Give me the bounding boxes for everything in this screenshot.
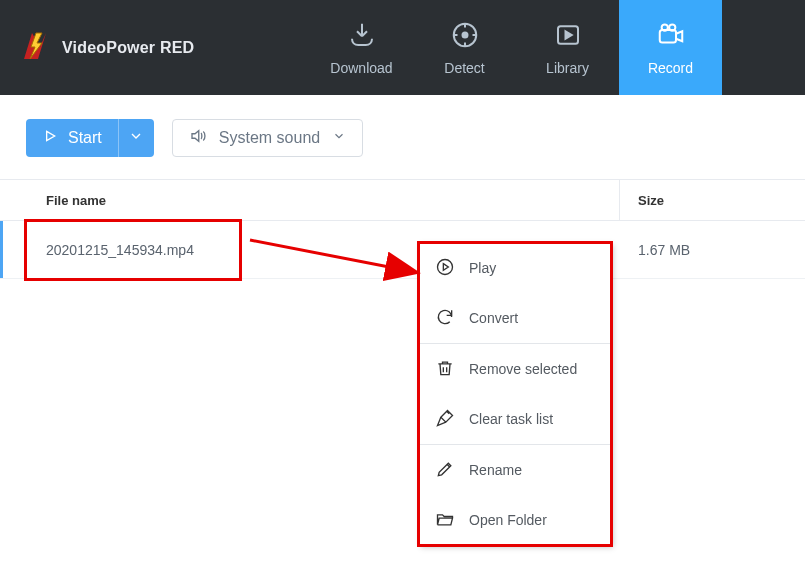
detect-icon — [450, 20, 480, 54]
play-icon — [42, 128, 58, 148]
ctx-clear[interactable]: Clear task list — [419, 394, 611, 444]
chevron-down-icon — [332, 129, 346, 147]
ctx-play-label: Play — [469, 260, 496, 276]
tab-detect-label: Detect — [444, 60, 484, 76]
tabs: Download Detect Library — [310, 0, 805, 95]
column-header-size[interactable]: Size — [620, 193, 805, 208]
table-header: File name Size — [0, 179, 805, 221]
ctx-clear-label: Clear task list — [469, 411, 553, 427]
svg-point-5 — [669, 24, 675, 30]
app-logo-icon — [18, 29, 52, 67]
app-title: VideoPower RED — [62, 39, 194, 57]
library-icon — [553, 20, 583, 54]
start-dropdown[interactable] — [118, 119, 154, 157]
ctx-convert[interactable]: Convert — [419, 293, 611, 343]
broom-icon — [435, 408, 455, 431]
tab-library-label: Library — [546, 60, 589, 76]
svg-rect-3 — [659, 30, 675, 43]
sound-source-button[interactable]: System sound — [172, 119, 363, 157]
folder-open-icon — [435, 509, 455, 532]
ctx-rename-label: Rename — [469, 462, 522, 478]
refresh-icon — [435, 307, 455, 330]
cell-size: 1.67 MB — [620, 242, 805, 258]
svg-point-1 — [462, 32, 467, 37]
ctx-open-folder[interactable]: Open Folder — [419, 495, 611, 545]
toolbar: Start System sound — [0, 95, 805, 179]
svg-point-4 — [661, 24, 667, 30]
ctx-play[interactable]: Play — [419, 243, 611, 293]
ctx-convert-label: Convert — [469, 310, 518, 326]
context-menu: Play Convert Remove selected Clear task … — [419, 243, 611, 545]
tab-library[interactable]: Library — [516, 0, 619, 95]
tab-download[interactable]: Download — [310, 0, 413, 95]
tab-download-label: Download — [330, 60, 392, 76]
start-button-label: Start — [68, 129, 102, 147]
sound-source-label: System sound — [219, 129, 320, 147]
chevron-down-icon — [128, 128, 144, 148]
ctx-remove[interactable]: Remove selected — [419, 344, 611, 394]
svg-point-6 — [438, 259, 453, 274]
start-button[interactable]: Start — [26, 119, 154, 157]
pencil-icon — [435, 459, 455, 482]
ctx-remove-label: Remove selected — [469, 361, 577, 377]
tab-detect[interactable]: Detect — [413, 0, 516, 95]
topbar: VideoPower RED Download Detect — [0, 0, 805, 95]
ctx-open-folder-label: Open Folder — [469, 512, 547, 528]
tab-record[interactable]: Record — [619, 0, 722, 95]
speaker-icon — [189, 127, 207, 149]
table-row[interactable]: 20201215_145934.mp4 1.67 MB — [0, 221, 805, 279]
record-icon — [656, 20, 686, 54]
column-header-filename[interactable]: File name — [0, 180, 620, 220]
ctx-rename[interactable]: Rename — [419, 445, 611, 495]
download-icon — [347, 20, 377, 54]
brand: VideoPower RED — [0, 0, 310, 95]
play-outline-icon — [435, 257, 455, 280]
tab-record-label: Record — [648, 60, 693, 76]
trash-icon — [435, 358, 455, 381]
